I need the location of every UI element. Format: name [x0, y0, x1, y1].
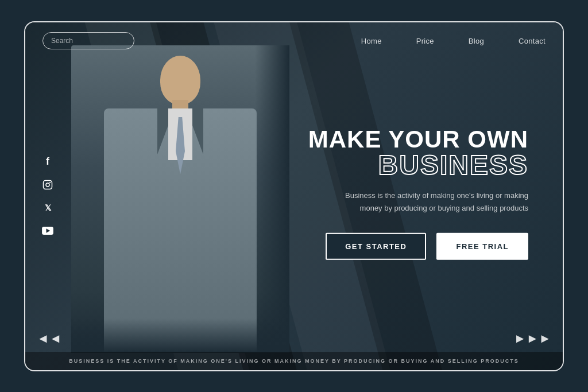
hero-description: Business is the activity of making one's… [345, 189, 528, 214]
cta-buttons: GET STARTED FREE TRIAL [308, 232, 528, 259]
facebook-icon[interactable]: f [41, 156, 54, 168]
svg-rect-0 [44, 180, 52, 189]
youtube-icon[interactable] [41, 224, 54, 237]
headline-top: MAKE YOUR OWN [308, 127, 528, 151]
nav-link-home[interactable]: Home [361, 37, 382, 45]
social-icons: f 𝕏 [41, 156, 54, 237]
svg-point-2 [49, 181, 51, 183]
nav-link-blog[interactable]: Blog [469, 37, 484, 45]
navigation: Home Price Blog Contact [25, 22, 563, 60]
next-arrow[interactable]: ►►► [514, 331, 551, 346]
bottom-ticker: BUSINESS IS THE ACTIVITY OF MAKING ONE'S… [25, 352, 563, 370]
search-input[interactable] [42, 32, 134, 49]
nav-link-contact[interactable]: Contact [519, 37, 546, 45]
get-started-button[interactable]: GET STARTED [326, 232, 426, 259]
headline-bottom: BUSINESS [308, 151, 528, 178]
free-trial-button[interactable]: FREE TRIAL [436, 232, 528, 259]
nav-link-price[interactable]: Price [416, 37, 434, 45]
ticker-text: BUSINESS IS THE ACTIVITY OF MAKING ONE'S… [69, 358, 519, 364]
person-image [71, 45, 289, 353]
hero-content: MAKE YOUR OWN BUSINESS Business is the a… [308, 127, 528, 259]
prev-arrow[interactable]: ◄◄ [37, 331, 62, 346]
twitter-icon[interactable]: 𝕏 [41, 201, 54, 214]
nav-links: Home Price Blog Contact [361, 37, 546, 45]
instagram-icon[interactable] [41, 178, 54, 191]
main-frame: Home Price Blog Contact f 𝕏 MAKE YOUR OW… [24, 21, 564, 371]
svg-point-1 [46, 183, 49, 187]
